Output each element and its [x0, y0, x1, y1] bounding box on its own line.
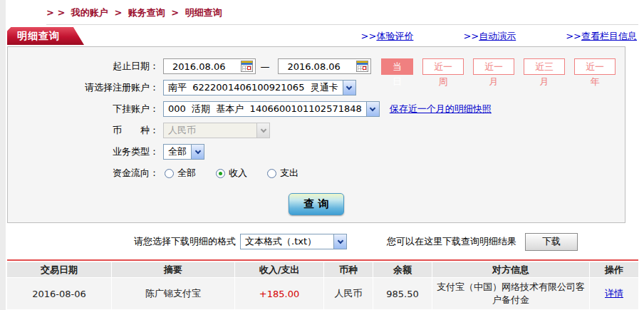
fund-flow-radio-group: 全部 收入 支出 — [165, 167, 318, 180]
column-header-balance: 余额 — [373, 262, 432, 277]
fund-flow-row: 资金流向： 全部 收入 支出 — [8, 165, 625, 182]
fund-flow-income-radio[interactable]: 收入 — [216, 167, 247, 180]
register-account-value: 南平 6222001406100921065 灵通卡 — [164, 81, 343, 94]
currency-row: 币 种： 人民币 — [8, 122, 625, 139]
register-account-label: 请选择注册账户： — [8, 81, 159, 94]
date-range-row: 起止日期： 2016.08.06 — 2016.08.06 当日 近一周 近一月… — [8, 58, 625, 75]
fund-flow-income-label: 收入 — [229, 167, 247, 180]
business-type-value: 全部 — [164, 145, 191, 158]
start-date-value: 2016.08.06 — [172, 61, 225, 72]
business-type-label: 业务类型： — [8, 145, 159, 158]
select-arrow-button[interactable] — [191, 145, 204, 159]
calendar-icon[interactable] — [241, 61, 253, 72]
download-button[interactable]: 下载 — [525, 233, 578, 251]
main-content: > > 我的账户 > 账务查询 > 明细查询 明细查询 >>体验评价 >>自动演… — [7, 0, 638, 309]
column-header-summary: 摘要 — [112, 262, 234, 277]
detail-link[interactable]: 详情 — [605, 287, 623, 300]
date-range-label: 起止日期： — [8, 60, 159, 73]
business-type-row: 业务类型： 全部 — [8, 143, 625, 160]
link-prefix: >> — [463, 31, 479, 41]
column-info-link[interactable]: >>查看栏目信息 — [566, 30, 637, 43]
range-last-year-button[interactable]: 近一年 — [574, 58, 616, 75]
breadcrumb-divider — [46, 24, 638, 25]
select-arrow-button[interactable] — [333, 234, 346, 249]
download-format-label: 请您选择下载明细的格式 — [134, 235, 236, 248]
left-edge-strip — [0, 0, 6, 310]
cell-currency: 人民币 — [324, 278, 373, 309]
download-row: 请您选择下载明细的格式 文本格式（.txt） 您可以在这里下载查询明细结果 下载 — [7, 232, 638, 251]
start-date-input[interactable]: 2016.08.06 — [163, 58, 256, 74]
end-date-input[interactable]: 2016.08.06 — [278, 58, 370, 74]
breadcrumb-separator: > — [171, 7, 179, 18]
radio-checked-icon — [216, 169, 225, 178]
panel-title-tab: 明细查询 — [7, 27, 84, 45]
breadcrumb-item-my-account[interactable]: 我的账户 — [71, 7, 108, 18]
sub-account-label: 下挂账户： — [8, 103, 159, 115]
download-format-value: 文本格式（.txt） — [241, 235, 321, 248]
range-today-button[interactable]: 当日 — [381, 58, 413, 75]
chevron-down-icon — [346, 83, 352, 89]
breadcrumb-separator: > — [114, 7, 122, 18]
download-hint-text: 您可以在这里下载查询明细结果 — [387, 235, 516, 248]
calendar-day-marker — [363, 66, 366, 70]
business-type-select[interactable]: 全部 — [163, 144, 204, 160]
sub-account-value: 000 活期 基本户 1406600101102571848 — [164, 103, 366, 115]
breadcrumb: > > 我的账户 > 账务查询 > 明细查询 — [7, 0, 638, 22]
radio-icon — [267, 169, 276, 178]
currency-value: 人民币 — [164, 124, 200, 137]
link-prefix: >> — [566, 31, 581, 41]
column-header-date: 交易日期 — [7, 262, 111, 277]
column-header-amount: 收入/支出 — [235, 262, 323, 277]
select-arrow-button[interactable] — [343, 81, 355, 95]
register-account-row: 请选择注册账户： 南平 6222001406100921065 灵通卡 — [8, 79, 625, 96]
cell-balance: 985.50 — [373, 278, 432, 309]
currency-label: 币 种： — [8, 124, 159, 137]
quick-range-buttons: 当日 近一周 近一月 近三月 近一年 — [381, 58, 625, 75]
range-last-3-months-button[interactable]: 近三月 — [524, 58, 565, 75]
download-format-select[interactable]: 文本格式（.txt） — [240, 234, 347, 249]
header-links: >>体验评价 >>自动演示 >>查看栏目信息 — [311, 30, 637, 43]
calendar-icon[interactable] — [356, 61, 368, 72]
breadcrumb-item-detail-query[interactable]: 明细查询 — [185, 7, 222, 18]
query-form-panel: 起止日期： 2016.08.06 — 2016.08.06 当日 近一周 近一月… — [7, 46, 625, 223]
sub-account-select[interactable]: 000 活期 基本户 1406600101102571848 — [163, 101, 380, 117]
chevron-down-icon — [260, 126, 266, 132]
range-last-month-button[interactable]: 近一月 — [473, 58, 514, 75]
calendar-day-marker — [247, 66, 251, 70]
select-arrow-button[interactable] — [366, 102, 379, 116]
currency-select: 人民币 — [163, 123, 270, 138]
fund-flow-expense-label: 支出 — [280, 167, 298, 180]
register-account-select[interactable]: 南平 6222001406100921065 灵通卡 — [163, 80, 356, 95]
range-last-week-button[interactable]: 近一周 — [422, 58, 464, 75]
radio-icon — [165, 169, 174, 178]
select-arrow-button — [256, 123, 269, 138]
breadcrumb-prefix: > > — [46, 7, 65, 18]
cell-amount: +185.00 — [235, 278, 323, 309]
sub-account-row: 下挂账户： 000 活期 基本户 1406600101102571848 保存近… — [8, 100, 625, 118]
panel-header: 明细查询 >>体验评价 >>自动演示 >>查看栏目信息 — [7, 26, 638, 46]
end-date-value: 2016.08.06 — [287, 61, 340, 72]
fund-flow-all-label: 全部 — [177, 167, 196, 180]
chevron-down-icon — [370, 105, 375, 110]
cell-transaction-date: 2016-08-06 — [7, 278, 111, 309]
breadcrumb-item-account-query[interactable]: 账务查询 — [128, 7, 165, 18]
fund-flow-expense-radio[interactable]: 支出 — [267, 167, 298, 180]
link-label: 体验评价 — [376, 31, 413, 41]
page: > > 我的账户 > 账务查询 > 明细查询 明细查询 >>体验评价 >>自动演… — [0, 0, 644, 310]
query-button-row: 查 询 — [8, 193, 625, 215]
fund-flow-all-radio[interactable]: 全部 — [165, 167, 196, 180]
experience-feedback-link[interactable]: >>体验评价 — [361, 30, 414, 43]
date-separator: — — [260, 61, 269, 72]
query-button[interactable]: 查 询 — [289, 193, 344, 215]
chevron-down-icon — [194, 148, 200, 153]
link-label: 自动演示 — [479, 31, 516, 41]
save-monthly-snapshot-link[interactable]: 保存近一个月的明细快照 — [390, 103, 492, 115]
column-header-counterparty: 对方信息 — [432, 262, 589, 277]
auto-demo-link[interactable]: >>自动演示 — [463, 30, 516, 43]
cell-counterparty: 支付宝（中国）网络技术有限公司客户备付金 — [432, 278, 589, 309]
cell-summary: 陈广锦支付宝 — [112, 278, 234, 309]
column-header-currency: 币种 — [324, 262, 373, 277]
results-table: 交易日期 摘要 收入/支出 币种 余额 对方信息 操作 2016-08-06 陈… — [7, 262, 638, 309]
link-label: 查看栏目信息 — [581, 31, 637, 41]
column-header-action: 操作 — [590, 262, 638, 277]
